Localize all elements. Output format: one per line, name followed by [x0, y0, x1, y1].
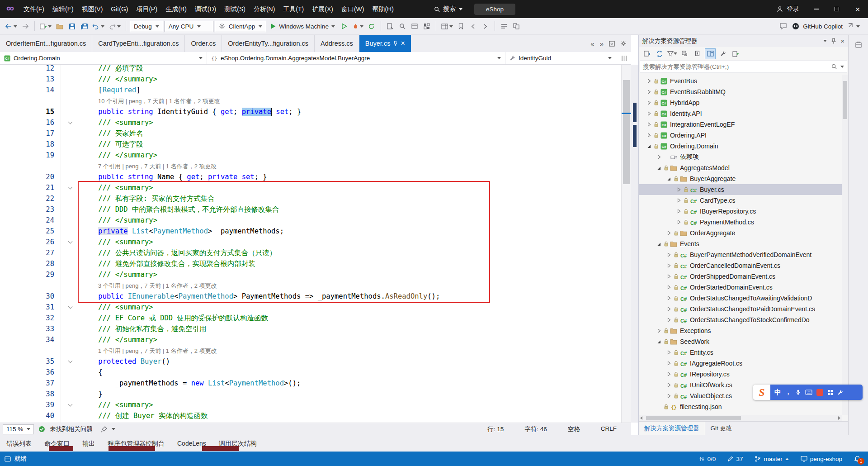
menu-item[interactable]: 测试(S)	[220, 5, 250, 13]
git-sync-button[interactable]: 0/0	[699, 456, 716, 462]
tree-item[interactable]: C#EventBus	[639, 76, 842, 86]
tab-git-changes[interactable]: Git 更改	[705, 422, 738, 435]
codelens-indicator[interactable]: 7 个引用 | peng，7 天前 | 1 名作者，2 项更改	[80, 161, 621, 171]
member-dropdown[interactable]: IdentityGuid	[505, 52, 631, 64]
collapse-icon[interactable]	[655, 340, 662, 344]
prev-bookmark-icon[interactable]	[468, 20, 479, 32]
maximize-button[interactable]	[826, 0, 847, 18]
tree-item[interactable]: C#IBuyerRepository.cs	[639, 206, 842, 217]
tree-horizontal-scrollbar[interactable]	[639, 415, 842, 421]
search-button[interactable]: 搜索	[429, 3, 467, 15]
code-editor[interactable]: 12 /// 必填字段13 /// </summary>14 [Required…	[0, 65, 621, 423]
compare-files-icon[interactable]	[511, 20, 522, 32]
keyboard-icon[interactable]	[805, 390, 812, 395]
window-layout-icon[interactable]	[440, 20, 454, 32]
pin-tab-icon[interactable]	[393, 41, 397, 46]
properties-icon[interactable]	[717, 48, 728, 59]
tree-item[interactable]: C#EventBusRabbitMQ	[639, 86, 842, 97]
scroll-right-arrow-icon[interactable]	[838, 416, 840, 420]
cursor-line-indicator[interactable]: 行: 15	[487, 425, 504, 433]
code-text[interactable]: /// 私有字段: 买家的支付方式集合	[80, 193, 621, 204]
tree-item[interactable]: {}filenesting.json	[639, 401, 842, 412]
code-text[interactable]: /// <summary>	[80, 302, 621, 313]
code-text[interactable]: /// 买家姓名	[80, 128, 621, 139]
code-text[interactable]: public IEnumerable<PaymentMethod> Paymen…	[80, 291, 621, 302]
cursor-column-indicator[interactable]: 字符: 46	[524, 425, 547, 433]
tree-item[interactable]: OrderAggregate	[639, 228, 842, 238]
wrench-icon[interactable]	[837, 390, 843, 395]
tree-item[interactable]: Events	[639, 238, 842, 249]
expand-icon[interactable]	[665, 307, 672, 311]
output-window-icon[interactable]	[409, 20, 420, 32]
menu-item[interactable]: 视图(V)	[78, 5, 107, 13]
editor-vertical-scrollbar[interactable]	[621, 65, 631, 423]
fold-marker-icon[interactable]	[61, 356, 80, 367]
tree-item[interactable]: C#Identity.API	[639, 108, 842, 119]
fold-marker-icon[interactable]	[61, 117, 80, 128]
expand-icon[interactable]	[665, 318, 672, 322]
editor-tab[interactable]: OrderItemEnt...figuration.cs	[0, 35, 92, 52]
project-dropdown[interactable]: C# Ordering.Domain	[0, 52, 207, 64]
tree-vertical-scrollbar[interactable]	[842, 75, 848, 415]
expand-icon[interactable]	[665, 285, 672, 290]
sogou-logo-icon[interactable]: S	[753, 385, 770, 400]
tree-item[interactable]: C#CardType.cs	[639, 195, 842, 206]
collapse-icon[interactable]	[645, 144, 652, 148]
menu-item[interactable]: 分析(N)	[250, 5, 279, 13]
fold-marker-icon[interactable]	[61, 302, 80, 313]
tree-item[interactable]: C#Entity.cs	[639, 347, 842, 358]
code-text[interactable]: /// <summary>	[80, 117, 621, 128]
collapse-icon[interactable]	[655, 242, 662, 246]
hot-reload-button[interactable]	[351, 20, 365, 32]
expand-icon[interactable]	[665, 274, 672, 279]
pending-changes-filter-icon[interactable]	[667, 48, 678, 59]
editor-tab[interactable]: OrderEntityTy...figuration.cs	[222, 35, 315, 52]
tree-item[interactable]: C#HybridApp	[639, 97, 842, 108]
copilot-dropdown-icon[interactable]	[856, 25, 860, 28]
tree-item[interactable]: C#OrderStatusChangedToStockConfirmedDo	[639, 314, 842, 325]
tree-item[interactable]: C#OrderShippedDomainEvent.cs	[639, 271, 842, 282]
tree-item[interactable]: C#OrderStatusChangedToAwaitingValidation…	[639, 293, 842, 304]
expand-icon[interactable]	[665, 231, 672, 235]
collapse-icon[interactable]	[665, 177, 672, 181]
menu-item[interactable]: 窗口(W)	[337, 5, 368, 13]
minimize-button[interactable]	[806, 0, 826, 18]
solution-search-input[interactable]	[643, 63, 828, 70]
expand-icon[interactable]	[645, 79, 652, 83]
expand-icon[interactable]	[675, 187, 682, 192]
tree-item[interactable]: SeedWork	[639, 336, 842, 347]
tree-item[interactable]: C#OrderCancelledDomainEvent.cs	[639, 260, 842, 271]
switch-views-icon[interactable]	[642, 48, 652, 59]
redo-button[interactable]	[107, 20, 122, 32]
code-text[interactable]: /// 创建 Buyer 实体的构造函数	[80, 410, 621, 421]
code-text[interactable]: /// </summary>	[80, 74, 621, 85]
menu-item[interactable]: 编辑(E)	[48, 5, 78, 13]
expand-icon[interactable]	[665, 296, 672, 300]
navigate-backward-button[interactable]	[4, 20, 19, 32]
tree-item[interactable]: C#PaymentMethod.cs	[639, 217, 842, 228]
line-ending-indicator[interactable]: CRLF	[601, 425, 617, 433]
code-text[interactable]: /// </summary>	[80, 269, 621, 280]
find-in-files-icon[interactable]	[397, 20, 408, 32]
menu-item[interactable]: 文件(F)	[19, 5, 48, 13]
namespace-dropdown[interactable]: {} eShop.Ordering.Domain.AggregatesModel…	[207, 52, 505, 64]
undo-button[interactable]	[91, 20, 106, 32]
solution-name-box[interactable]: eShop	[474, 4, 515, 15]
expand-icon[interactable]	[665, 361, 672, 366]
expand-icon[interactable]	[655, 328, 662, 333]
remote-repo-button[interactable]: peng-eshop	[801, 456, 842, 462]
code-text[interactable]: public string IdentityGuid { get; privat…	[80, 106, 621, 117]
toolbox-tab-icon[interactable]	[849, 41, 868, 48]
code-text[interactable]: /// 必填字段	[80, 65, 621, 74]
skin-icon[interactable]	[816, 389, 823, 396]
quick-actions-icon[interactable]	[385, 20, 396, 32]
tree-item[interactable]: Exceptions	[639, 325, 842, 336]
scrollbar-thumb[interactable]	[646, 416, 741, 420]
menu-item[interactable]: 调试(D)	[191, 5, 220, 13]
window-position-icon[interactable]	[823, 40, 827, 42]
menu-item[interactable]: 帮助(H)	[368, 5, 397, 13]
code-text[interactable]: /// DDD 中的聚合根封装模式，不允许外部直接修改集合	[80, 204, 621, 215]
start-debugging-button[interactable]: Windows Machine	[268, 23, 338, 30]
pending-changes-button[interactable]: 37	[727, 456, 743, 462]
scrollbar-thumb[interactable]	[623, 80, 630, 184]
